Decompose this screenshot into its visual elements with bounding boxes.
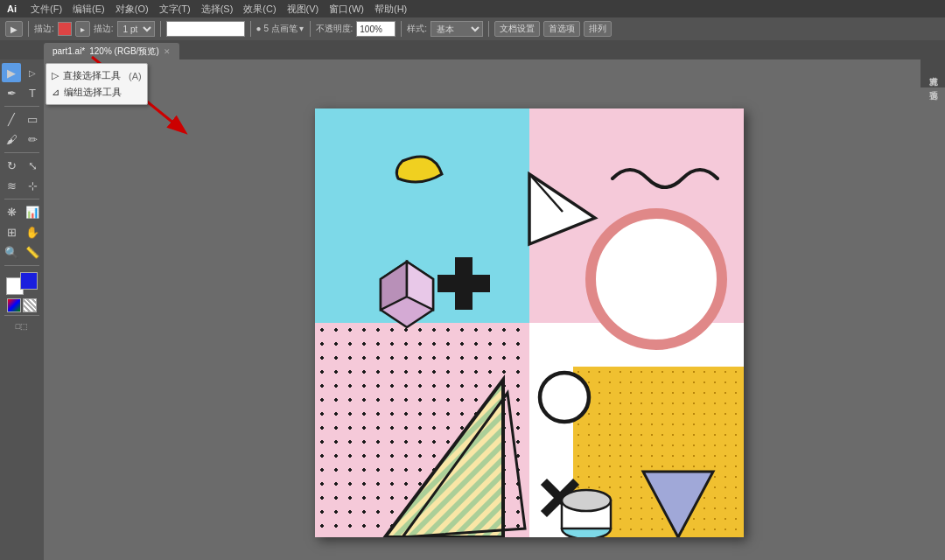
- align-panel-tab[interactable]: 对齐填充: [925, 66, 941, 74]
- menu-effect[interactable]: 效果(C): [243, 3, 276, 16]
- warp-tool-btn[interactable]: ≋: [2, 176, 21, 195]
- free-transform-btn[interactable]: ⊹: [23, 176, 42, 195]
- style-select[interactable]: 基本: [430, 21, 483, 37]
- tab-mode: 120% (RGB/预览): [89, 46, 158, 58]
- tool-row-pen: ✒ T: [0, 83, 44, 102]
- opacity-label: 不透明度:: [316, 23, 354, 35]
- group-select-icon: ⊿: [52, 87, 60, 98]
- arrange-btn[interactable]: 排列: [584, 21, 612, 37]
- none-swatch[interactable]: [23, 298, 37, 312]
- scale-tool-btn[interactable]: ⤡: [23, 156, 42, 175]
- stroke-width-select[interactable]: 1 pt2 pt3 pt: [117, 21, 155, 37]
- tool-row-warp: ≋ ⊹: [0, 176, 44, 195]
- tooltip-item-direct[interactable]: ▷ 直接选择工具 (A): [52, 67, 142, 84]
- paintbrush-tool-btn[interactable]: 🖌: [2, 130, 21, 149]
- color-swatches: [6, 272, 38, 295]
- sep1: [28, 21, 29, 37]
- artboard-svg: [315, 108, 744, 537]
- sep2: [160, 21, 161, 37]
- tool-row-rotate: ↻ ⤡: [0, 156, 44, 175]
- menu-bar: Ai 文件(F) 编辑(E) 对象(O) 文字(T) 选择(S) 效果(C) 视…: [0, 0, 945, 18]
- prefs-panel-tab[interactable]: 首选项: [925, 80, 941, 88]
- stroke-width-label: 描边:: [94, 23, 114, 35]
- doc-setup-btn[interactable]: 文档设置: [494, 21, 540, 37]
- toolbox: ▶ ▷ ✒ T ╱ ▭ 🖌 ✏ ↻ ⤡ ≋ ⊹ ❋ 📊 ⊞ ✋ 🔍 📏: [0, 60, 44, 560]
- type-tool-btn[interactable]: T: [23, 83, 42, 102]
- opacity-input[interactable]: [356, 21, 396, 37]
- tab-part1[interactable]: part1.ai* 120% (RGB/预览) ✕: [44, 43, 179, 60]
- menu-object[interactable]: 对象(O): [116, 3, 149, 16]
- zoom-tool-btn[interactable]: 🔍: [2, 242, 21, 262]
- selection-tool-btn[interactable]: ▶: [2, 63, 21, 82]
- select-mode-btn[interactable]: ▶: [5, 21, 23, 37]
- stroke-color-swatch-side[interactable]: [20, 272, 38, 290]
- slice-tool-btn[interactable]: ⊞: [2, 222, 21, 242]
- tool-sep5: [4, 315, 39, 316]
- pencil-tool-btn[interactable]: ✏: [23, 130, 42, 149]
- svg-marker-15: [643, 472, 713, 537]
- point-label: ● 5 点画笔 ▾: [256, 23, 304, 35]
- tool-row-zoom: 🔍 📏: [0, 242, 44, 262]
- tool-row-symbol: ❋ 📊: [0, 202, 44, 221]
- tooltip-label-direct: 直接选择工具: [63, 69, 121, 82]
- menu-file[interactable]: 文件(F): [31, 3, 62, 16]
- tab-filename: part1.ai*: [52, 46, 85, 56]
- sep6: [488, 21, 489, 37]
- canvas-area: [44, 60, 945, 560]
- tooltip-label-group: 编组选择工具: [64, 86, 122, 99]
- pen-tool-btn[interactable]: ✒: [2, 83, 21, 102]
- tooltip-popup: ▷ 直接选择工具 (A) ⊿ 编组选择工具: [46, 63, 148, 105]
- symbol-tool-btn[interactable]: ❋: [2, 202, 21, 221]
- hand-tool-btn[interactable]: ✋: [23, 222, 42, 242]
- toolbar: ▶ 描边: ▸ 描边: 1 pt2 pt3 pt ● 5 点画笔 ▾ 不透明度:…: [0, 18, 945, 40]
- tool-sep3: [4, 199, 39, 200]
- tab-bar: part1.ai* 120% (RGB/预览) ✕: [0, 40, 945, 60]
- menu-text[interactable]: 文字(T): [159, 3, 191, 16]
- line-tool-btn[interactable]: ╱: [2, 109, 21, 129]
- svg-point-6: [591, 214, 722, 345]
- rotate-tool-btn[interactable]: ↻: [2, 156, 21, 175]
- tab-close-btn[interactable]: ✕: [164, 47, 171, 56]
- menu-window[interactable]: 窗口(W): [329, 3, 364, 16]
- tool-row-slice: ⊞ ✋: [0, 222, 44, 242]
- tooltip-shortcut-direct: (A): [129, 71, 142, 81]
- sep3: [250, 21, 251, 37]
- direct-select-icon: ▷: [52, 70, 59, 81]
- artboard[interactable]: [315, 108, 744, 537]
- menu-help[interactable]: 帮助(H): [374, 3, 407, 16]
- menu-select[interactable]: 选择(S): [201, 3, 234, 16]
- right-panel: 对齐填充 首选项: [920, 60, 945, 88]
- svg-point-18: [562, 490, 611, 511]
- stroke-color-swatch[interactable]: [58, 22, 72, 36]
- tooltip-item-group[interactable]: ⊿ 编组选择工具: [52, 84, 142, 101]
- shape-tool-btn[interactable]: ▭: [23, 109, 42, 129]
- menu-view[interactable]: 视图(V): [287, 3, 319, 16]
- tool-row-line: ╱ ▭: [0, 109, 44, 129]
- svg-point-14: [540, 373, 589, 422]
- sep4: [310, 21, 311, 37]
- tool-sep1: [4, 106, 39, 107]
- prefs-btn[interactable]: 首选项: [543, 21, 580, 37]
- stroke-arrow[interactable]: ▸: [75, 21, 90, 37]
- app-name: Ai: [7, 4, 17, 14]
- tool-row-select: ▶ ▷: [0, 63, 44, 82]
- direct-selection-tool-btn[interactable]: ▷: [23, 63, 42, 82]
- stroke-label: 描边:: [34, 23, 54, 35]
- chart-tool-btn[interactable]: 📊: [23, 202, 42, 221]
- measure-tool-btn[interactable]: 📏: [23, 242, 42, 262]
- change-screen-btn[interactable]: □⬚: [6, 318, 38, 334]
- sep5: [401, 21, 402, 37]
- tool-sep2: [4, 152, 39, 153]
- tool-row-brush: 🖌 ✏: [0, 130, 44, 149]
- tool-sep4: [4, 265, 39, 266]
- style-input[interactable]: [166, 21, 245, 37]
- gradient-swatch[interactable]: [7, 298, 21, 312]
- menu-edit[interactable]: 编辑(E): [73, 3, 105, 16]
- style-label: 样式:: [407, 23, 427, 35]
